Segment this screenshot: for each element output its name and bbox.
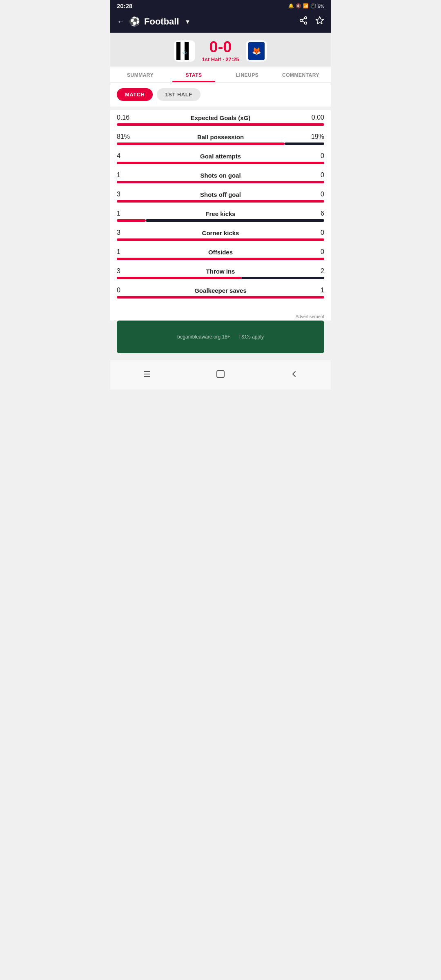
stat-bar-offsides (117, 258, 324, 260)
favorite-button[interactable] (315, 16, 324, 27)
home-team-logo: ⚓ (174, 40, 195, 62)
filter-1st-half[interactable]: 1ST HALF (157, 88, 200, 101)
svg-rect-19 (217, 370, 224, 378)
header: ← ⚽ Football ▼ (110, 12, 331, 33)
ad-banner: begambleaware.org 18+ T&Cs apply (117, 321, 324, 353)
stat-bar-goalkeeper_saves (117, 296, 324, 298)
stat-bar-goal_attempts (117, 162, 324, 164)
stat-row-goal_attempts: 4Goal attempts0 (117, 152, 324, 164)
ring-icon: 🔔 (288, 3, 294, 9)
stat-left-xg: 0.16 (117, 114, 133, 121)
stat-left-shots_off_goal: 3 (117, 191, 133, 198)
stat-left-goalkeeper_saves: 0 (117, 287, 133, 294)
signal-icon: 📳 (310, 3, 316, 9)
status-bar: 20:28 🔔 🔇 📶 📳 6% (110, 0, 331, 12)
mute-icon: 🔇 (296, 3, 301, 9)
away-team-logo: 🦊 (246, 40, 267, 62)
stat-right-shots_off_goal: 0 (308, 191, 324, 198)
filter-match[interactable]: MATCH (117, 88, 153, 101)
status-time: 20:28 (117, 2, 132, 9)
stat-name-throw_ins: Throw ins (206, 268, 235, 275)
stat-row-shots_on_goal: 1Shots on goal0 (117, 172, 324, 183)
stat-left-throw_ins: 3 (117, 267, 133, 275)
stat-row-offsides: 1Offsides0 (117, 248, 324, 260)
stat-right-free_kicks: 6 (308, 210, 324, 217)
stat-name-xg: Expected Goals (xG) (191, 114, 251, 121)
stat-left-goal_attempts: 4 (117, 152, 133, 160)
stat-row-throw_ins: 3Throw ins2 (117, 267, 324, 279)
stat-bar-free_kicks (117, 219, 324, 222)
ad-label: Advertisement (110, 312, 331, 321)
header-left: ← ⚽ Football ▼ (117, 16, 190, 27)
stat-row-possession: 81%Ball possession19% (117, 133, 324, 145)
stat-name-shots_on_goal: Shots on goal (200, 172, 241, 179)
stat-bar-corner_kicks (117, 238, 324, 241)
header-right (299, 16, 324, 27)
svg-text:⚓: ⚓ (182, 49, 187, 55)
stat-right-throw_ins: 2 (308, 267, 324, 275)
dropdown-arrow[interactable]: ▼ (185, 18, 191, 25)
stat-bar-shots_on_goal (117, 181, 324, 183)
score-center: 0-0 1st Half · 27:25 (202, 39, 239, 62)
ad-text-2: T&Cs apply (238, 334, 264, 340)
football-icon: ⚽ (129, 16, 140, 27)
stats-section: 0.16Expected Goals (xG)0.0081%Ball posse… (110, 110, 331, 312)
stat-left-possession: 81% (117, 133, 133, 140)
tabs: SUMMARY STATS LINEUPS COMMENTARY (110, 67, 331, 82)
stat-bar-shots_off_goal (117, 200, 324, 203)
filter-row: MATCH 1ST HALF (110, 82, 331, 107)
stat-left-corner_kicks: 3 (117, 229, 133, 236)
nav-back-button[interactable] (138, 365, 156, 383)
score-display: 0-0 (202, 39, 239, 55)
score-section: ⚓ 0-0 1st Half · 27:25 🦊 (110, 33, 331, 67)
stat-row-xg: 0.16Expected Goals (xG)0.00 (117, 114, 324, 126)
back-button[interactable]: ← (117, 17, 125, 26)
svg-rect-9 (176, 42, 180, 60)
stat-left-shots_on_goal: 1 (117, 172, 133, 179)
svg-text:🦊: 🦊 (252, 47, 261, 56)
stat-name-shots_off_goal: Shots off goal (200, 191, 241, 198)
stat-row-shots_off_goal: 3Shots off goal0 (117, 191, 324, 203)
stat-name-goalkeeper_saves: Goalkeeper saves (194, 287, 247, 294)
stat-row-free_kicks: 1Free kicks6 (117, 210, 324, 222)
wifi-icon: 📶 (303, 3, 309, 9)
tab-lineups[interactable]: LINEUPS (220, 67, 274, 82)
stat-right-possession: 19% (308, 133, 324, 140)
bottom-nav (110, 360, 331, 390)
stat-right-xg: 0.00 (308, 114, 324, 121)
svg-rect-12 (189, 42, 193, 60)
nav-home-button[interactable] (212, 365, 229, 383)
stat-right-goal_attempts: 0 (308, 152, 324, 160)
stat-bar-possession (117, 143, 324, 145)
battery-icon: 6% (318, 4, 324, 9)
svg-marker-5 (316, 17, 323, 24)
match-period: 1st Half · 27:25 (202, 56, 239, 62)
stat-row-goalkeeper_saves: 0Goalkeeper saves1 (117, 287, 324, 298)
stat-left-offsides: 1 (117, 248, 133, 256)
stat-bar-xg (117, 123, 324, 126)
nav-return-button[interactable] (285, 365, 303, 383)
stat-name-possession: Ball possession (197, 134, 244, 140)
stat-name-free_kicks: Free kicks (205, 210, 235, 217)
status-icons: 🔔 🔇 📶 📳 6% (288, 3, 324, 9)
stat-name-offsides: Offsides (208, 249, 233, 256)
tab-commentary[interactable]: COMMENTARY (274, 67, 327, 82)
stat-right-shots_on_goal: 0 (308, 172, 324, 179)
stat-right-corner_kicks: 0 (308, 229, 324, 236)
tab-stats[interactable]: STATS (167, 67, 220, 82)
stat-right-offsides: 0 (308, 248, 324, 256)
tab-summary[interactable]: SUMMARY (114, 67, 167, 82)
stat-name-corner_kicks: Corner kicks (202, 229, 239, 236)
svg-line-4 (302, 18, 305, 20)
header-title: Football (144, 16, 179, 27)
stat-row-corner_kicks: 3Corner kicks0 (117, 229, 324, 241)
svg-line-3 (302, 21, 305, 22)
stat-right-goalkeeper_saves: 1 (308, 287, 324, 294)
stat-left-free_kicks: 1 (117, 210, 133, 217)
stat-bar-throw_ins (117, 277, 324, 279)
share-button[interactable] (299, 16, 308, 27)
ad-text-1: begambleaware.org 18+ (177, 334, 230, 340)
stat-name-goal_attempts: Goal attempts (200, 153, 241, 160)
